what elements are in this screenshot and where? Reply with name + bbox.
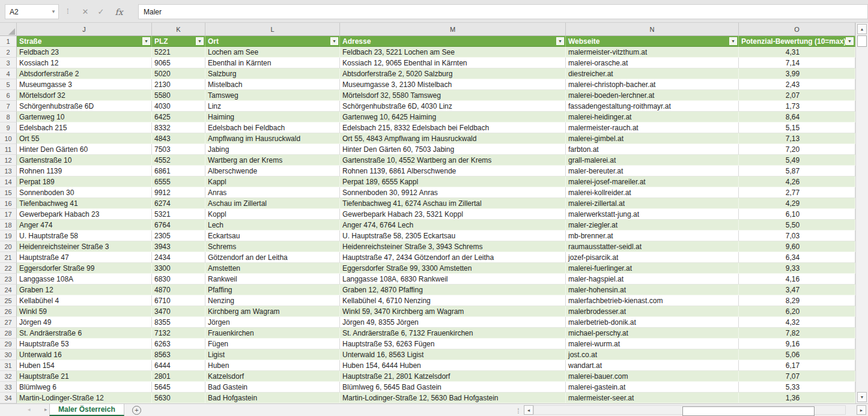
cell[interactable]: 4,32 [739,317,855,328]
cell[interactable]: 6,34 [739,252,855,263]
row-number[interactable]: 29 [0,339,17,349]
row-number[interactable]: 19 [0,231,17,241]
cell[interactable]: Ort 55 [17,133,152,144]
horizontal-scrollbar[interactable]: ◄ ► [523,405,857,415]
cell[interactable]: St. Andräerstraße 6 [17,328,152,339]
insert-function-icon[interactable]: fx [112,4,126,19]
cell[interactable]: diestreicher.at [566,68,739,79]
cell[interactable]: Eggersdorfer Straße 99 [17,263,152,274]
name-box[interactable]: A2 ▼ [5,4,59,19]
cell[interactable]: 3943 [152,241,205,252]
row-number[interactable]: 3 [0,58,17,68]
cell[interactable]: Ampflwang im Hausruckwald [205,133,340,144]
cell[interactable]: 6,17 [739,360,855,371]
row-number[interactable]: 24 [0,285,17,295]
cell[interactable]: Unterwald 16, 8563 Ligist [340,349,566,360]
cell[interactable]: 5221 [152,47,205,58]
cell[interactable]: Anras [205,187,340,198]
cell[interactable]: Perpat 189 [17,176,152,187]
cell[interactable]: 5,50 [739,220,855,231]
row-number[interactable]: 34 [0,393,17,403]
row-number[interactable]: 18 [0,220,17,231]
cell[interactable]: malerei-gastein.at [566,382,739,393]
cell[interactable]: Gartenweg 10, 6425 Haiming [340,112,566,122]
cell[interactable]: Hauptstraße 53, 6263 Fügen [340,339,566,349]
cell[interactable]: Katzelsdorf [205,371,340,382]
row-number[interactable]: 11 [0,144,17,155]
cell[interactable]: Nenzing [205,295,340,306]
add-sheet-button[interactable]: + [132,406,141,415]
cell[interactable]: 3,47 [739,285,855,295]
cell[interactable]: jozef-pisarcik.at [566,252,739,263]
filter-dropdown-icon[interactable]: ▼ [142,37,150,45]
cell[interactable]: 8355 [152,317,205,328]
row-number[interactable]: 12 [0,155,17,166]
cell[interactable]: 7503 [152,144,205,155]
cell[interactable]: 8332 [152,122,205,133]
cell[interactable]: 7132 [152,328,205,339]
cell[interactable]: Koppl [205,209,340,220]
cell[interactable]: Götzendorf an der Leitha [205,252,340,263]
cell[interactable]: 7,14 [739,58,855,68]
cell[interactable]: Lochen am See [205,47,340,58]
row-number[interactable]: 30 [0,349,17,360]
cell[interactable]: Rohnen 1139, 6861 Alberschwende [340,166,566,176]
row-number[interactable]: 13 [0,166,17,176]
cell[interactable]: malerei-gimbel.at [566,133,739,144]
cell[interactable]: Mörtelsdorf 32, 5580 Tamsweg [340,90,566,101]
cell[interactable]: 6263 [152,339,205,349]
cell[interactable]: 7,13 [739,133,855,144]
cell[interactable]: 5020 [152,68,205,79]
cell[interactable]: Alberschwende [205,166,340,176]
cell[interactable]: grall-malerei.at [566,155,739,166]
row-number[interactable]: 17 [0,209,17,220]
cell[interactable]: Ebenthal in Kärnten [205,58,340,68]
cell[interactable]: Rankweil [205,274,340,285]
cell[interactable]: Gartenstraße 10, 4552 Wartberg an der Kr… [340,155,566,166]
cell[interactable]: Pfaffing [205,285,340,295]
prev-sheet-icon[interactable]: ◂ [28,406,31,412]
cell[interactable]: 7,82 [739,328,855,339]
row-number[interactable]: 27 [0,317,17,328]
cell[interactable]: 6425 [152,112,205,122]
cell[interactable]: Lech [205,220,340,231]
cell[interactable]: Museumgasse 3 [17,79,152,90]
cell[interactable]: Bad Hofgastein [205,393,340,403]
cell[interactable]: Kossiach 12, 9065 Ebenthal in Kärnten [340,58,566,68]
row-number[interactable]: 28 [0,328,17,339]
cell[interactable]: 2,77 [739,187,855,198]
cell[interactable]: Kellabühel 4 [17,295,152,306]
cell[interactable]: Ligist [205,349,340,360]
cell[interactable]: 4,29 [739,198,855,209]
filter-dropdown-icon[interactable]: ▼ [196,37,204,45]
cell[interactable]: malermeister-vitzthum.at [566,47,739,58]
cell[interactable]: 3300 [152,263,205,274]
row-number[interactable]: 21 [0,252,17,263]
cell[interactable]: farbton.at [566,144,739,155]
cell[interactable]: 5645 [152,382,205,393]
cell[interactable]: Feldbach 23 [17,47,152,58]
name-box-dropdown-icon[interactable]: ▼ [49,9,58,14]
cell[interactable]: Eggersdorfer Straße 99, 3300 Amstetten [340,263,566,274]
cell[interactable]: St. Andräerstraße 6, 7132 Frauenkirchen [340,328,566,339]
cell[interactable]: Langgasse 108A [17,274,152,285]
cell[interactable]: Feldbach 23, 5221 Lochen am See [340,47,566,58]
cell[interactable]: Edelsbach 215, 8332 Edelsbach bei Feldba… [340,122,566,133]
cell[interactable]: 7,07 [739,371,855,382]
cell[interactable]: Hauptstraße 47, 2434 Götzendorf an der L… [340,252,566,263]
cell[interactable]: maler-hohensin.at [566,285,739,295]
row-number[interactable]: 8 [0,112,17,122]
row-number[interactable]: 4 [0,68,17,79]
cell[interactable]: Ort 55, 4843 Ampflwang im Hausruckwald [340,133,566,144]
row-number[interactable]: 15 [0,187,17,198]
cell[interactable]: 3470 [152,306,205,317]
cell[interactable]: Anger 474, 6764 Lech [340,220,566,231]
next-sheet-icon[interactable]: ▸ [44,406,47,412]
scroll-down-button[interactable]: ▼ [857,392,867,402]
cell[interactable]: 5,06 [739,349,855,360]
cell[interactable]: 5,87 [739,166,855,176]
cell[interactable]: 4552 [152,155,205,166]
table-header-cell[interactable]: Adresse▼ [340,36,566,47]
select-all-corner[interactable] [0,23,17,36]
cell[interactable]: Fügen [205,339,340,349]
